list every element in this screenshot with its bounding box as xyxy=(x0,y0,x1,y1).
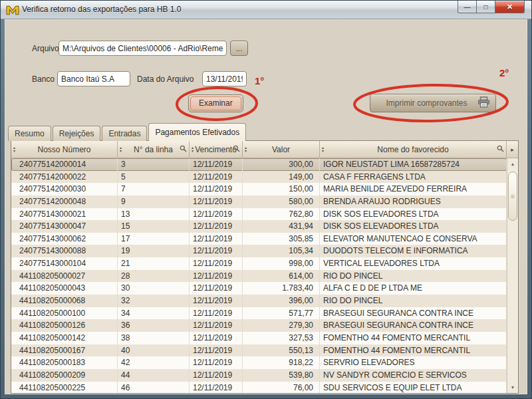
cell: 7 xyxy=(118,183,190,196)
cell: 13 xyxy=(118,208,190,221)
cell: BRASEGUI SEGURANCA CONTRA INCE xyxy=(320,307,507,320)
table-row[interactable]: 4411082050000433012/11/20191.783,40ALFA … xyxy=(11,282,507,295)
table-row[interactable]: 2407751430001042112/11/2019998,00VERTICA… xyxy=(11,257,507,270)
annotation-step-1: 1° xyxy=(255,75,264,86)
cell: 12/11/2019 xyxy=(190,158,243,171)
cell: 44 xyxy=(118,369,190,382)
cell: RIO DO PINCEL xyxy=(320,270,507,283)
cell: 396,00 xyxy=(243,295,320,307)
title-bar[interactable]: Verifica retorno das exportações para HB… xyxy=(0,0,532,19)
cell: 12/11/2019 xyxy=(190,171,243,184)
cell: ELEVATOR MANUTENCAO E CONSERVA xyxy=(320,233,507,245)
sort-icon[interactable]: ▴▾ xyxy=(245,146,247,153)
data-arquivo-input[interactable] xyxy=(202,71,247,86)
header-scroll-right-icon[interactable]: ▸ xyxy=(507,141,518,158)
table-row[interactable]: 4411082050000272812/11/2019614,00RIO DO … xyxy=(11,270,507,283)
cell: 240775143000088 xyxy=(11,245,118,257)
table-row[interactable]: 240775142000014312/11/2019300,00IGOR NEU… xyxy=(11,158,507,171)
tab-entradas[interactable]: Entradas xyxy=(102,126,147,141)
close-button[interactable]: ✕ xyxy=(495,1,525,13)
table-row[interactable]: 240775142000048912/11/2019580,00BRENDA A… xyxy=(11,196,507,208)
sort-icon[interactable]: ▴▾ xyxy=(120,146,122,153)
cell: 21 xyxy=(118,257,190,270)
tab-pagamentos-efetivados[interactable]: Pagamentos Efetivados xyxy=(148,123,246,141)
app-logo-icon xyxy=(6,5,19,15)
scroll-up-icon[interactable]: ▲ xyxy=(507,159,518,169)
table-header-row: ▴▾ Nosso Número ▴▾ N° da linha ▴▾ Vencim… xyxy=(11,141,507,158)
maximize-button[interactable]: □ xyxy=(477,1,495,13)
search-icon[interactable] xyxy=(497,145,504,154)
cell: 240775143000104 xyxy=(11,257,118,270)
cell: 34 xyxy=(118,307,190,320)
cell: SERVRIO ELEVADORES xyxy=(320,356,507,369)
cell: 76,00 xyxy=(243,382,320,393)
scroll-down-icon[interactable]: ▼ xyxy=(507,382,518,392)
cell: 441108205000068 xyxy=(11,295,118,307)
tab-bar: ResumoRejeiçõesEntradasPagamentos Efetiv… xyxy=(8,123,247,141)
vertical-scrollbar[interactable]: ▲ ≡ ▼ xyxy=(507,158,518,393)
cell: 539,80 xyxy=(243,369,320,382)
printer-icon xyxy=(477,96,490,110)
sort-icon[interactable]: ▴▾ xyxy=(192,146,194,153)
cell: 36 xyxy=(118,319,190,332)
cell: 12/11/2019 xyxy=(190,344,243,357)
cell: 19 xyxy=(118,245,190,257)
table-row[interactable]: 4411082050000683212/11/2019396,00RIO DO … xyxy=(11,295,507,307)
cell: RIO DO PINCEL xyxy=(320,295,507,307)
table-row[interactable]: 4411082050002254612/11/201976,00SDU SERV… xyxy=(11,382,507,393)
column-header-0[interactable]: ▴▾ Nosso Número xyxy=(11,141,118,158)
cell: MARIA BENILDE AZEVEDO FERREIRA xyxy=(320,183,507,196)
sort-icon[interactable]: ▴▾ xyxy=(322,146,324,153)
minimize-button[interactable]: — xyxy=(458,1,477,13)
cell: NV SANDYR COMERCIO E SERVICOS xyxy=(320,369,507,382)
table-row[interactable]: 4411082050001674012/11/2019550,13FOMENTH… xyxy=(11,344,507,357)
search-icon[interactable] xyxy=(233,145,240,154)
cell: 42 xyxy=(118,356,190,369)
cell: 240775143000021 xyxy=(11,208,118,221)
tab-resumo[interactable]: Resumo xyxy=(8,126,51,141)
table-row[interactable]: 4411082050001834212/11/2019918,22SERVRIO… xyxy=(11,356,507,369)
cell: 327,53 xyxy=(243,332,320,344)
cell: 15 xyxy=(118,220,190,233)
cell: 441108205000225 xyxy=(11,382,118,393)
arquivo-input[interactable] xyxy=(59,41,227,56)
cell: 12/11/2019 xyxy=(190,295,243,307)
table-row[interactable]: 4411082050001263612/11/2019279,30BRASEGU… xyxy=(11,319,507,332)
table-row[interactable]: 2407751430000881912/11/2019105,34DUODOTS… xyxy=(11,245,507,257)
examinar-button[interactable]: Examinar xyxy=(188,94,243,112)
imprimir-comprovantes-button[interactable]: Imprimir comprovantes xyxy=(370,94,496,112)
cell: 441108205000167 xyxy=(11,344,118,357)
cell: 150,00 xyxy=(243,183,320,196)
table-row[interactable]: 240775142000022512/11/2019149,00CASA F F… xyxy=(11,171,507,184)
cell: 441108205000209 xyxy=(11,369,118,382)
table-row[interactable]: 2407751430000211312/11/2019762,80DISK SO… xyxy=(11,208,507,221)
table-row[interactable]: 2407751430000471512/11/2019431,94DISK SO… xyxy=(11,220,507,233)
search-icon[interactable] xyxy=(180,145,187,154)
sort-icon[interactable]: ▴▾ xyxy=(13,146,15,153)
cell: SDU SERVICOS E EQUIP ELET LTDA xyxy=(320,382,507,393)
column-header-1[interactable]: ▴▾ N° da linha xyxy=(118,141,190,158)
cell: 614,00 xyxy=(243,270,320,283)
banco-label: Banco xyxy=(32,74,55,84)
cell: 12/11/2019 xyxy=(190,332,243,344)
cell: 279,30 xyxy=(243,319,320,332)
cell: CASA F FERRAGENS LTDA xyxy=(320,171,507,184)
table-row[interactable]: 4411082050001003412/11/2019571,77BRASEGU… xyxy=(11,307,507,320)
table-row[interactable]: 4411082050002094412/11/2019539,80NV SAND… xyxy=(11,369,507,382)
column-header-4[interactable]: ▴▾ Nome do favorecido xyxy=(320,141,507,158)
banco-input[interactable] xyxy=(57,71,130,86)
table-row[interactable]: 2407751430000621712/11/2019305,85ELEVATO… xyxy=(11,233,507,245)
examinar-button-label: Examinar xyxy=(190,96,241,110)
cell: 240775143000047 xyxy=(11,220,118,233)
tab-rejei-es[interactable]: Rejeições xyxy=(53,126,101,141)
scrollbar-thumb[interactable]: ≡ xyxy=(508,172,517,221)
cell: 305,85 xyxy=(243,233,320,245)
table-row[interactable]: 4411082050001423812/11/2019327,53FOMENTH… xyxy=(11,332,507,344)
cell: 40 xyxy=(118,344,190,357)
cell: 12/11/2019 xyxy=(190,208,243,221)
table-row[interactable]: 240775142000030712/11/2019150,00MARIA BE… xyxy=(11,183,507,196)
column-header-2[interactable]: ▴▾ Vencimento xyxy=(190,141,243,158)
column-header-3[interactable]: ▴▾ Valor xyxy=(243,141,320,158)
browse-button[interactable]: ... xyxy=(230,41,248,56)
table-header: ▴▾ Nosso Número ▴▾ N° da linha ▴▾ Vencim… xyxy=(11,141,518,158)
